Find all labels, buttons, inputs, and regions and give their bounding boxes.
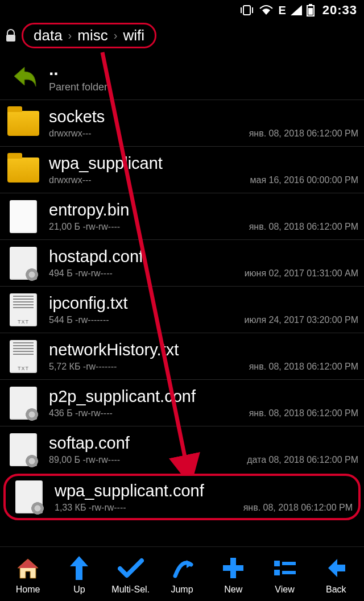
file-detail: 544 Б -rw------- [49, 315, 109, 325]
svg-rect-4 [309, 4, 312, 6]
file-date: янв. 08, 2018 06:12:00 PM [249, 222, 358, 232]
folder-icon [6, 152, 41, 188]
file-detail: 5,72 КБ -rw------- [49, 362, 117, 372]
file-detail: drwxrwx--- [49, 129, 92, 139]
file-name: p2p_supplicant.conf [49, 387, 358, 406]
toolbar-view[interactable]: View [261, 554, 309, 595]
file-date: янв. 08, 2018 06:12:00 PM [249, 362, 358, 372]
file-icon [6, 339, 41, 374]
parent-dots: .. [49, 60, 358, 79]
plus-icon [222, 554, 245, 582]
toolbar-home[interactable]: Home [4, 554, 52, 595]
svg-rect-10 [274, 561, 280, 566]
file-name: softap.conf [49, 434, 358, 453]
home-icon [15, 554, 40, 582]
signal-icon [291, 5, 302, 15]
chevron-right-icon: › [114, 29, 118, 42]
file-icon [11, 479, 47, 515]
toolbar-multisel[interactable]: Multi-Sel. [107, 554, 155, 595]
file-name: hostapd.conf [49, 247, 358, 266]
crumb-1[interactable]: misc [75, 27, 110, 44]
vibrate-icon [239, 5, 254, 16]
list-item[interactable]: networkHistory.txt 5,72 КБ -rw-------янв… [0, 333, 364, 379]
file-date: дата 08, 2018 06:12:00 PM [247, 455, 358, 465]
file-detail: 89,00 Б -rw-rw---- [49, 455, 120, 465]
view-icon [273, 554, 297, 582]
lock-icon [5, 28, 17, 44]
file-date: мая 16, 2016 00:00:00 PM [250, 175, 358, 185]
up-arrow-icon [69, 554, 89, 582]
toolbar-label: Home [16, 585, 40, 595]
clock: 20:33 [322, 3, 357, 18]
breadcrumb[interactable]: data › misc › wifi [22, 23, 156, 48]
file-date: июня 02, 2017 01:31:00 AM [245, 268, 358, 279]
file-name: networkHistory.txt [49, 341, 358, 359]
crumb-2[interactable]: wifi [121, 27, 147, 44]
file-icon [6, 432, 41, 467]
list-item[interactable]: wpa_supplicant drwxrwx---мая 16, 2016 00… [0, 146, 364, 193]
back-arrow-icon [325, 554, 348, 582]
toolbar-label: Multi-Sel. [111, 585, 150, 595]
file-icon [6, 386, 41, 421]
chevron-right-icon: › [68, 29, 72, 42]
check-icon [118, 554, 144, 582]
crumb-0[interactable]: data [31, 27, 65, 44]
toolbar: Home Up Multi-Sel. Jump New View Back [0, 546, 364, 601]
file-detail: 436 Б -rw-rw---- [49, 408, 113, 418]
folder-icon [6, 106, 41, 141]
file-name: entropy.bin [49, 201, 358, 219]
file-list: .. Parent folder sockets drwxrwx---янв. … [0, 53, 364, 521]
network-type: E [278, 4, 286, 17]
file-name: sockets [49, 107, 358, 126]
svg-rect-13 [282, 571, 296, 574]
toolbar-label: Back [326, 585, 346, 595]
file-icon [6, 246, 41, 281]
toolbar-new[interactable]: New [209, 554, 257, 595]
file-date: июля 24, 2017 03:20:00 PM [245, 315, 358, 325]
file-icon [6, 292, 41, 328]
list-item[interactable]: softap.conf 89,00 Б -rw-rw----дата 08, 2… [0, 426, 364, 472]
svg-rect-6 [6, 35, 15, 42]
battery-icon [307, 4, 315, 16]
header: data › misc › wifi [0, 20, 364, 53]
file-detail: 21,00 Б -rw-rw---- [49, 222, 120, 232]
parent-folder-row[interactable]: .. Parent folder [0, 53, 364, 100]
file-date: янв. 08, 2018 06:12:00 PM [249, 408, 358, 418]
svg-rect-12 [274, 570, 280, 575]
toolbar-jump[interactable]: Jump [158, 554, 206, 595]
toolbar-label: Jump [171, 585, 193, 595]
file-detail: 494 Б -rw-rw---- [49, 268, 113, 279]
back-arrow-icon [6, 59, 41, 94]
file-date: янв. 08, 2018 06:12:00 PM [243, 503, 353, 513]
status-bar: E 20:33 [0, 0, 364, 20]
file-detail: drwxrwx--- [49, 175, 92, 185]
list-item[interactable]: entropy.bin 21,00 Б -rw-rw----янв. 08, 2… [0, 193, 364, 239]
toolbar-label: View [275, 585, 294, 595]
file-name: wpa_supplicant [49, 154, 358, 173]
file-icon [6, 199, 41, 234]
toolbar-label: New [224, 585, 242, 595]
parent-label: Parent folder [49, 81, 107, 93]
file-name: wpa_supplicant.conf [55, 482, 353, 500]
file-detail: 1,33 КБ -rw-rw---- [55, 503, 126, 513]
list-item[interactable]: hostapd.conf 494 Б -rw-rw----июня 02, 20… [0, 239, 364, 286]
list-item[interactable]: sockets drwxrwx---янв. 08, 2018 06:12:00… [0, 100, 364, 146]
toolbar-label: Up [73, 585, 85, 595]
wifi-icon [259, 5, 274, 16]
toolbar-back[interactable]: Back [312, 554, 360, 595]
jump-icon [171, 554, 193, 582]
svg-rect-11 [282, 562, 296, 565]
svg-rect-5 [308, 8, 313, 15]
file-name: ipconfig.txt [49, 294, 358, 313]
list-item[interactable]: ipconfig.txt 544 Б -rw-------июля 24, 20… [0, 286, 364, 333]
list-item-highlighted[interactable]: wpa_supplicant.conf 1,33 КБ -rw-rw----ян… [3, 474, 361, 520]
list-item[interactable]: p2p_supplicant.conf 436 Б -rw-rw----янв.… [0, 379, 364, 426]
svg-rect-9 [223, 565, 243, 571]
file-date: янв. 08, 2018 06:12:00 PM [249, 129, 358, 139]
toolbar-up[interactable]: Up [55, 554, 103, 595]
svg-rect-0 [243, 6, 250, 15]
